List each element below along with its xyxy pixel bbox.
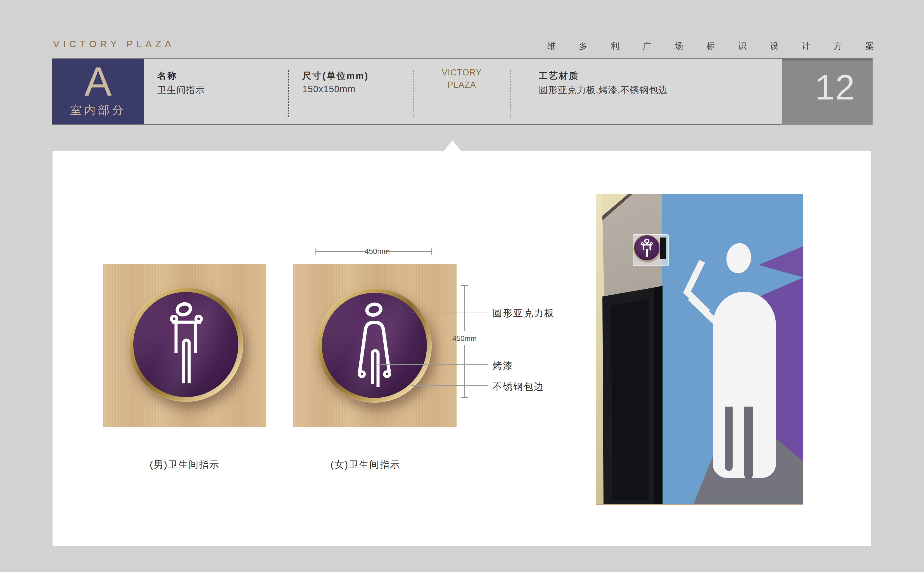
height-dim-tick [461, 285, 468, 286]
spec-brand-line2: PLAZA [413, 79, 510, 91]
female-sign-purple-disc [322, 293, 427, 398]
male-figure-icon [133, 292, 238, 397]
photo-mural-figure-leg-slit [725, 407, 733, 471]
doc-title-char: 案 [865, 40, 874, 52]
spec-brand-line1: VICTORY [413, 67, 510, 79]
spec-size-label: 尺寸(单位mm) [302, 70, 369, 82]
doc-title-char: 识 [738, 40, 747, 52]
installation-photo [596, 194, 803, 505]
panel-notch [444, 140, 461, 151]
male-sign-render [103, 264, 266, 427]
spec-brand-mark: VICTORY PLAZA [413, 67, 510, 91]
photo-door-frame-sliver [662, 286, 663, 504]
photo-mural-figure-leg-slit [744, 407, 753, 479]
callout-paint: 烤漆 [492, 359, 513, 372]
photo-sign-hinge [660, 238, 666, 259]
doc-title-char: 多 [579, 40, 588, 52]
height-dim-value: 450mm [451, 334, 478, 343]
height-dim-line [464, 286, 465, 331]
spec-size-value: 150x150mm [302, 84, 356, 95]
callout-line-paint [378, 364, 488, 365]
spec-material-label: 工艺材质 [539, 70, 579, 82]
female-caption: (女)卫生间指示 [296, 458, 435, 471]
male-sign-purple-disc [133, 292, 238, 397]
doc-title-char: 利 [611, 40, 620, 52]
width-dim-tick [432, 249, 432, 255]
brand-title: VICTORY PLAZA [53, 39, 175, 50]
doc-title-char: 广 [643, 40, 651, 52]
female-sign-render [294, 264, 457, 427]
callout-line-acrylic [412, 312, 488, 312]
doc-title-char: 设 [770, 40, 778, 52]
photo-toilet-sign [634, 235, 660, 261]
height-dim-tick [461, 397, 468, 398]
width-dim-value: 450mm [365, 247, 385, 256]
male-sign-gold-ring [129, 287, 243, 402]
doc-title-char: 维 [547, 40, 556, 52]
callout-acrylic: 圆形亚克力板 [492, 307, 554, 320]
doc-title-char: 方 [834, 40, 842, 52]
width-dim-line [316, 251, 365, 252]
doc-title-char: 场 [674, 40, 683, 52]
callout-line-steel [411, 385, 488, 386]
section-label: 室内部分 [52, 103, 144, 118]
callout-steel: 不锈钢包边 [492, 380, 544, 393]
page-number: 12 [815, 67, 855, 107]
spec-material-value: 圆形亚克力板,烤漆,不锈钢包边 [539, 84, 668, 96]
spec-divider [510, 70, 511, 117]
spec-name-value: 卫生间指示 [157, 84, 205, 96]
spec-divider [288, 70, 289, 117]
male-caption: (男)卫生间指示 [115, 458, 255, 471]
female-figure-icon [322, 293, 427, 398]
doc-title-cn: 维 多 利 广 场 标 识 设 计 方 案 [547, 40, 874, 52]
design-sheet-page: VICTORY PLAZA 维 多 利 广 场 标 识 设 计 方 案 A 室内… [0, 0, 924, 572]
photo-toilet-sign-figure-icon [634, 235, 659, 260]
height-dim-line [464, 345, 465, 398]
page-number-box: 12 [782, 59, 873, 125]
section-letter: A [52, 62, 144, 102]
doc-title-char: 计 [801, 40, 810, 52]
section-index-box: A 室内部分 [52, 59, 144, 124]
spec-bar-bottom-border [52, 124, 782, 125]
doc-title-char: 标 [706, 40, 715, 52]
width-dim-tick [315, 249, 316, 255]
width-dim-line [385, 251, 432, 252]
spec-name-label: 名称 [157, 70, 177, 82]
